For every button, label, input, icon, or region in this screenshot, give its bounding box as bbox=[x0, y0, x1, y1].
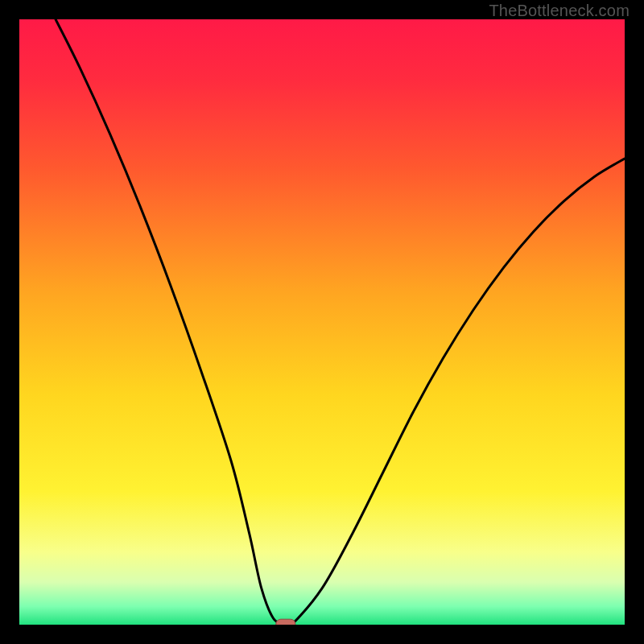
plot-area bbox=[19, 19, 625, 625]
chart-frame: TheBottleneck.com bbox=[0, 0, 644, 644]
gradient-background bbox=[19, 19, 625, 625]
minimum-marker bbox=[276, 619, 295, 625]
watermark-text: TheBottleneck.com bbox=[489, 2, 630, 20]
plot-svg bbox=[19, 19, 625, 625]
